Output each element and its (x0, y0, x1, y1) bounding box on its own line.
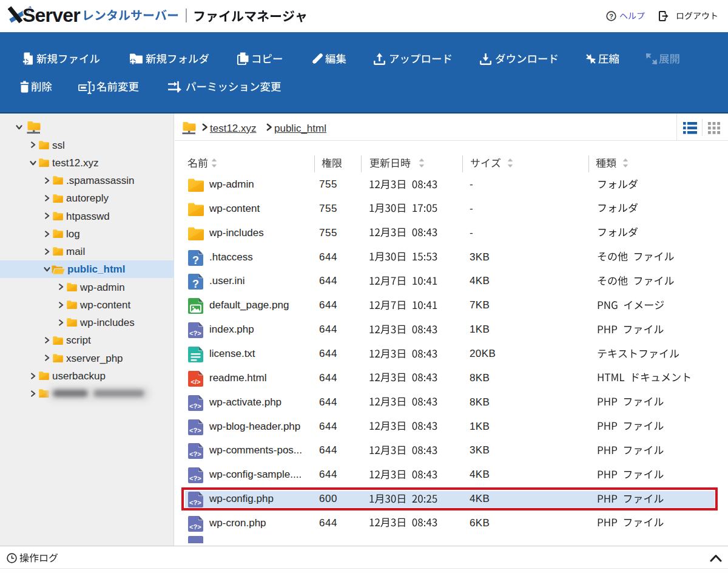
svg-text:?: ? (192, 278, 199, 290)
svg-text:<?>: <?> (189, 450, 201, 458)
svg-text:<?>: <?> (189, 402, 201, 409)
svg-text:<?>: <?> (189, 330, 201, 337)
svg-text:Server: Server (22, 5, 80, 26)
svg-text:<?>: <?> (189, 426, 201, 433)
svg-text:?: ? (609, 13, 613, 20)
svg-text:?: ? (192, 254, 199, 266)
svg-text:<?>: <?> (189, 475, 201, 482)
svg-text:<?>: <?> (189, 523, 201, 530)
svg-text:</>: </> (191, 378, 201, 385)
